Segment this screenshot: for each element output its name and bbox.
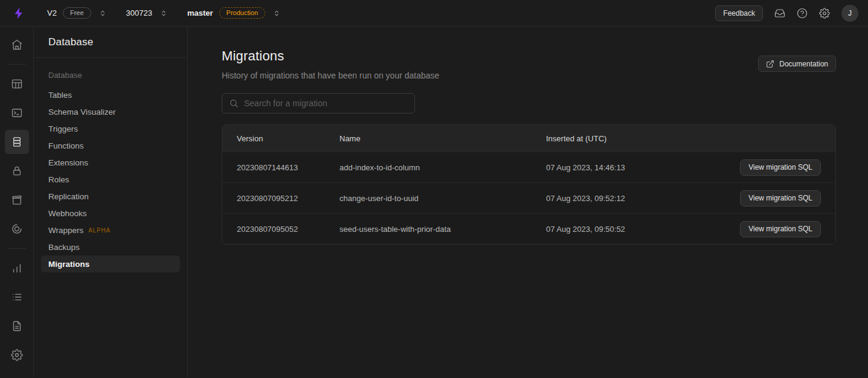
view-migration-sql-button[interactable]: View migration SQL	[740, 221, 821, 237]
view-migration-sql-button[interactable]: View migration SQL	[740, 190, 821, 207]
sidebar-item-roles[interactable]: Roles	[41, 171, 180, 188]
settings-button[interactable]	[819, 8, 830, 19]
documentation-button[interactable]: Documentation	[758, 56, 836, 72]
sidebar-item-label: Functions	[48, 141, 84, 150]
sidebar-item-extensions[interactable]: Extensions	[41, 154, 180, 171]
rail-item-project-settings[interactable]	[5, 343, 29, 367]
home-icon	[11, 39, 23, 51]
migrations-page: Migrations History of migrations that ha…	[188, 27, 868, 377]
plan-badge: Free	[63, 7, 91, 19]
sidebar-item-webhooks[interactable]: Webhooks	[41, 205, 180, 222]
sidebar-item-label: Schema Visualizer	[48, 107, 116, 117]
view-migration-sql-button[interactable]: View migration SQL	[740, 159, 821, 176]
rail-item-sql-editor[interactable]	[5, 101, 29, 125]
rail-item-table-editor[interactable]	[5, 72, 29, 96]
column-header-inserted-at: Inserted at (UTC)	[546, 134, 724, 143]
sidebar-item-label: Wrappers	[48, 226, 83, 235]
sidebar-item-triggers[interactable]: Triggers	[41, 120, 180, 137]
sidebar-item-label: Triggers	[48, 124, 78, 133]
table-header-row: Version Name Inserted at (UTC)	[222, 125, 835, 152]
rail-item-database[interactable]	[5, 130, 29, 154]
sidebar-item-label: Webhooks	[48, 209, 87, 218]
column-header-version: Version	[237, 134, 339, 143]
migration-inserted-at: 07 Aug 2023, 09:52:12	[546, 194, 724, 203]
help-circle-icon	[797, 8, 808, 19]
branch-chevron-up-down-icon[interactable]	[271, 8, 282, 19]
rail-item-api-docs[interactable]	[5, 314, 29, 338]
sidebar-title: Database	[34, 27, 187, 58]
rail-item-auth[interactable]	[5, 159, 29, 183]
lock-icon	[11, 165, 23, 177]
top-bar: V2 Free 300723 master Production Feedbac…	[0, 0, 868, 27]
project-switcher: 300723	[126, 8, 169, 19]
rail-divider	[8, 248, 26, 249]
sidebar-section-label: Database	[41, 68, 180, 83]
sidebar-item-wrappers[interactable]: Wrappers ALPHA	[41, 222, 180, 239]
sidebar-item-label: Replication	[48, 192, 89, 201]
page-title: Migrations	[222, 48, 439, 64]
bar-chart-icon	[11, 262, 23, 274]
terminal-icon	[11, 107, 23, 119]
list-icon	[11, 291, 23, 303]
org-chevron-up-down-icon[interactable]	[97, 8, 108, 19]
sidebar-item-label: Backups	[48, 243, 80, 252]
icon-rail	[0, 27, 34, 377]
sidebar-item-functions[interactable]: Functions	[41, 137, 180, 154]
sidebar-item-schema-visualizer[interactable]: Schema Visualizer	[41, 103, 180, 120]
migration-inserted-at: 07 Aug 2023, 09:50:52	[546, 225, 724, 234]
branch-switcher: master Production	[187, 7, 282, 19]
rail-item-edge-functions[interactable]	[5, 217, 29, 241]
table-grid-icon	[11, 78, 23, 90]
help-button[interactable]	[797, 8, 808, 19]
notifications-inbox-button[interactable]	[774, 8, 785, 19]
org-name: V2	[47, 8, 57, 18]
feedback-button[interactable]: Feedback	[715, 5, 763, 21]
project-ref: 300723	[126, 8, 152, 18]
migration-version: 20230807095052	[237, 225, 339, 234]
sidebar-item-label: Extensions	[48, 158, 88, 167]
app-logo-bolt-icon[interactable]	[12, 7, 27, 20]
database-sidebar: Database Database Tables Schema Visualiz…	[34, 27, 188, 377]
sidebar-item-label: Roles	[48, 175, 69, 184]
archive-box-icon	[11, 194, 23, 206]
page-subtitle: History of migrations that have been run…	[222, 71, 439, 80]
column-header-name: Name	[339, 134, 546, 143]
sidebar-item-label: Migrations	[48, 260, 89, 269]
migrations-table: Version Name Inserted at (UTC) 202308071…	[222, 124, 836, 245]
migration-name: change-user-id-to-uuid	[339, 194, 546, 203]
search-icon	[229, 98, 239, 108]
sidebar-item-migrations[interactable]: Migrations	[41, 255, 180, 272]
sidebar-item-tables[interactable]: Tables	[41, 86, 180, 103]
rail-item-logs[interactable]	[5, 285, 29, 309]
table-row: 20230807144613 add-index-to-id-column 07…	[222, 152, 835, 182]
rail-item-reports[interactable]	[5, 256, 29, 280]
project-chevron-up-down-icon[interactable]	[158, 8, 169, 19]
inbox-icon	[774, 8, 785, 19]
sidebar-item-replication[interactable]: Replication	[41, 188, 180, 205]
branch-name: master	[187, 8, 213, 18]
gear-icon	[819, 8, 830, 19]
database-icon	[11, 136, 23, 148]
rail-item-home[interactable]	[5, 33, 29, 57]
rail-divider	[8, 64, 26, 65]
sidebar-item-backups[interactable]: Backups	[41, 239, 180, 255]
documentation-button-label: Documentation	[779, 60, 828, 68]
orbit-icon	[11, 223, 23, 235]
migration-name: seed-users-table-with-prior-data	[339, 225, 546, 234]
gear-icon	[11, 349, 23, 361]
external-link-icon	[766, 60, 774, 68]
sidebar-item-label: Tables	[48, 91, 72, 100]
file-text-icon	[11, 320, 23, 332]
alpha-badge: ALPHA	[88, 227, 111, 234]
user-avatar[interactable]: J	[841, 5, 858, 22]
migration-name: add-index-to-id-column	[339, 163, 546, 172]
migration-search	[222, 93, 415, 114]
environment-badge: Production	[219, 7, 266, 19]
table-row: 20230807095212 change-user-id-to-uuid 07…	[222, 182, 835, 213]
search-input[interactable]	[244, 98, 408, 108]
migration-version: 20230807095212	[237, 194, 339, 203]
migration-inserted-at: 07 Aug 2023, 14:46:13	[546, 163, 724, 172]
migration-version: 20230807144613	[237, 163, 339, 172]
table-row: 20230807095052 seed-users-table-with-pri…	[222, 213, 835, 244]
rail-item-storage[interactable]	[5, 188, 29, 212]
